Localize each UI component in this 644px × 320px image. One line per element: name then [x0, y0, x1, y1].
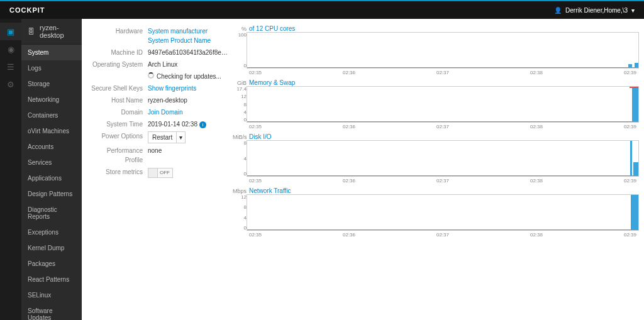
cpu-chart: %of 12 CPU cores 1000 02:3502:3602:3702:…: [233, 25, 639, 75]
chevron-down-icon: ▾: [631, 7, 635, 14]
machine-id-label: Machine ID: [88, 48, 148, 57]
join-domain-link[interactable]: Join Domain: [148, 108, 230, 117]
spinner-icon: [148, 72, 154, 79]
brand-logo: COCKPIT: [9, 6, 45, 14]
power-label: Power Options: [88, 131, 148, 143]
sidebar-item-containers[interactable]: Containers: [21, 108, 82, 123]
sidebar-item-design-patterns[interactable]: Design Patterns: [21, 186, 82, 202]
ssh-fingerprints-link[interactable]: Show fingerprints: [148, 84, 230, 93]
sidebar-item-storage[interactable]: Storage: [21, 76, 82, 92]
x-tick: 02:36: [343, 124, 355, 130]
x-tick: 02:38: [530, 178, 543, 184]
rail-dashboard-icon[interactable]: ▣: [0, 23, 21, 40]
cpu-chart-title[interactable]: of 12 CPU cores: [249, 25, 295, 32]
system-info-panel: Hardware System manufacturer System Prod…: [82, 25, 233, 320]
hostname-value: ryzen-desktop: [148, 96, 230, 105]
os-value: Arch Linux: [148, 60, 230, 69]
os-label: Operating System: [88, 60, 148, 69]
memory-chart-title[interactable]: Memory & Swap: [249, 79, 295, 86]
x-tick: 02:37: [436, 70, 449, 75]
sidebar-item-exceptions[interactable]: Exceptions: [21, 224, 82, 240]
info-icon[interactable]: i: [199, 121, 206, 128]
x-tick: 02:39: [624, 70, 636, 75]
x-tick: 02:35: [249, 70, 262, 75]
ssh-label: Secure Shell Keys: [88, 84, 148, 93]
sidebar-item-selinux[interactable]: SELinux: [21, 287, 82, 303]
network-chart: MbpsNetwork Traffic 12840 02:3502:3602:3…: [233, 187, 639, 238]
profile-value: none: [148, 146, 230, 165]
sidebar-item-applications[interactable]: Applications: [21, 170, 82, 186]
x-tick: 02:38: [530, 124, 543, 130]
systime-value[interactable]: 2019-01-14 02:38i: [148, 119, 230, 129]
x-tick: 02:36: [343, 232, 355, 238]
x-tick: 02:37: [436, 124, 449, 130]
systime-label: System Time: [88, 119, 148, 129]
top-bar: COCKPIT 👤 Derrik Diener,Home,\3 ▾: [0, 0, 644, 19]
rail-dashboard2-icon[interactable]: ◉: [0, 40, 21, 58]
metrics-label: Store metrics: [88, 167, 148, 178]
sidebar-item-logs[interactable]: Logs: [21, 60, 82, 76]
sidebar-item-kernel-dump[interactable]: Kernel Dump: [21, 240, 82, 256]
metrics-toggle[interactable]: OFF: [148, 168, 173, 178]
sidebar-item-react-patterns[interactable]: React Patterns: [21, 272, 82, 287]
hardware-link[interactable]: System manufacturer System Product Name: [148, 26, 230, 45]
rail-storage-icon[interactable]: ☰: [0, 58, 21, 75]
hardware-label: Hardware: [88, 26, 148, 45]
disk-chart-title[interactable]: Disk I/O: [249, 133, 272, 140]
x-tick: 02:36: [343, 70, 355, 75]
sidebar-item-services[interactable]: Services: [21, 155, 82, 170]
sidebar-item-software-updates[interactable]: Software Updates: [21, 303, 82, 320]
restart-button[interactable]: Restart: [148, 131, 177, 143]
x-tick: 02:37: [436, 232, 449, 238]
sidebar-item-networking[interactable]: Networking: [21, 92, 82, 108]
sidebar: 🗄 ryzen-desktop SystemLogsStorageNetwork…: [21, 19, 82, 320]
user-menu[interactable]: 👤 Derrik Diener,Home,\3 ▾: [554, 7, 635, 14]
sidebar-item-ovirt-machines[interactable]: oVirt Machines: [21, 123, 82, 139]
host-name: ryzen-desktop: [40, 24, 75, 39]
host-header[interactable]: 🗄 ryzen-desktop: [21, 19, 82, 45]
x-tick: 02:39: [624, 232, 636, 238]
updates-status: Checking for updates...: [148, 72, 230, 81]
rail-network-icon[interactable]: ⚙: [0, 75, 21, 93]
x-tick: 02:38: [530, 70, 543, 75]
x-tick: 02:35: [249, 124, 262, 130]
sidebar-item-diagnostic-reports[interactable]: Diagnostic Reports: [21, 202, 82, 224]
x-tick: 02:36: [343, 178, 355, 184]
machine-id-value: 9497e6a6103641f3a26f8ea4...: [148, 48, 230, 57]
nav-rail: ▣ ◉ ☰ ⚙: [0, 19, 21, 320]
network-chart-title[interactable]: Network Traffic: [249, 187, 291, 194]
sidebar-item-accounts[interactable]: Accounts: [21, 139, 82, 155]
x-tick: 02:35: [249, 178, 262, 184]
x-tick: 02:35: [249, 232, 262, 238]
profile-label: Performance Profile: [88, 146, 148, 165]
power-dropdown-caret[interactable]: ▾: [177, 131, 186, 143]
user-icon: 👤: [554, 7, 562, 14]
user-label: Derrik Diener,Home,\3: [565, 7, 628, 14]
x-tick: 02:37: [436, 178, 449, 184]
hostname-label: Host Name: [88, 96, 148, 105]
server-icon: 🗄: [28, 28, 35, 35]
domain-label: Domain: [88, 108, 148, 117]
x-tick: 02:39: [624, 178, 636, 184]
x-tick: 02:38: [530, 232, 543, 238]
charts-panel: %of 12 CPU cores 1000 02:3502:3602:3702:…: [233, 25, 644, 320]
sidebar-item-packages[interactable]: Packages: [21, 256, 82, 272]
disk-chart: MiB/sDisk I/O 840 02:3502:3602:3702:3802…: [233, 133, 639, 184]
sidebar-item-system[interactable]: System: [21, 45, 82, 60]
memory-chart: GiBMemory & Swap 17.412840 02:3502:3602:…: [233, 79, 639, 130]
x-tick: 02:39: [624, 124, 636, 130]
